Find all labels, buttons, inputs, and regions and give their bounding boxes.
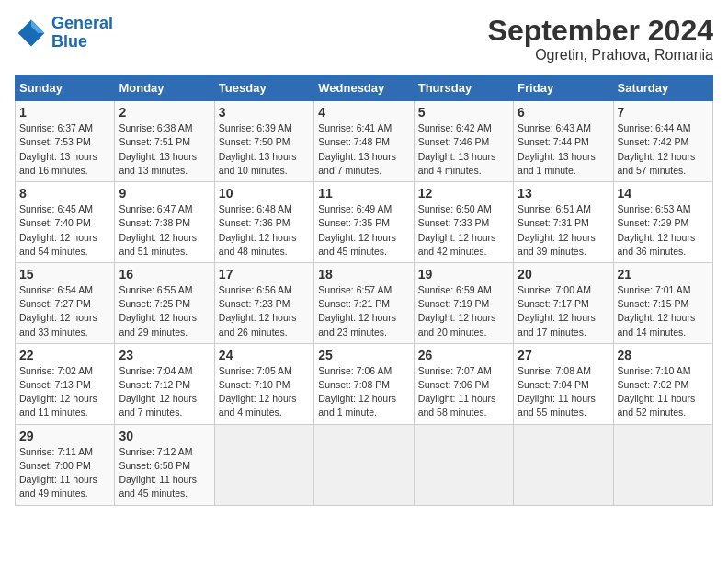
sunset-text: Sunset: 6:58 PM [119, 460, 190, 471]
day-cell [613, 424, 712, 505]
sunrise-text: Sunrise: 6:43 AM [518, 122, 591, 133]
sunset-text: Sunset: 7:13 PM [19, 379, 91, 390]
daylight-text: Daylight: 12 hours and 14 minutes. [618, 312, 696, 337]
week-row-2: 8 Sunrise: 6:45 AM Sunset: 7:40 PM Dayli… [16, 182, 713, 263]
day-info: Sunrise: 6:38 AM Sunset: 7:51 PM Dayligh… [119, 121, 210, 178]
daylight-text: Daylight: 11 hours and 45 minutes. [119, 474, 197, 499]
day-info: Sunrise: 6:53 AM Sunset: 7:29 PM Dayligh… [618, 202, 709, 259]
sunset-text: Sunset: 7:04 PM [518, 379, 589, 390]
day-info: Sunrise: 7:11 AM Sunset: 7:00 PM Dayligh… [19, 445, 110, 501]
sunset-text: Sunset: 7:46 PM [418, 136, 490, 147]
day-info: Sunrise: 7:10 AM Sunset: 7:02 PM Dayligh… [618, 364, 709, 420]
day-cell: 13 Sunrise: 6:51 AM Sunset: 7:31 PM Dayl… [514, 182, 613, 263]
sunrise-text: Sunrise: 6:39 AM [219, 122, 292, 133]
sunrise-text: Sunrise: 7:08 AM [518, 365, 591, 376]
day-info: Sunrise: 6:44 AM Sunset: 7:42 PM Dayligh… [618, 121, 709, 178]
day-number: 7 [618, 105, 709, 120]
day-info: Sunrise: 6:42 AM Sunset: 7:46 PM Dayligh… [418, 121, 509, 178]
day-number: 30 [119, 429, 210, 443]
day-cell: 7 Sunrise: 6:44 AM Sunset: 7:42 PM Dayli… [613, 101, 712, 182]
day-number: 27 [518, 348, 609, 362]
sunrise-text: Sunrise: 6:37 AM [19, 122, 93, 133]
day-cell: 18 Sunrise: 6:57 AM Sunset: 7:21 PM Dayl… [314, 262, 414, 343]
month-year-title: September 2024 [488, 15, 713, 47]
day-number: 22 [19, 348, 110, 362]
week-row-1: 1 Sunrise: 6:37 AM Sunset: 7:53 PM Dayli… [16, 101, 713, 182]
day-info: Sunrise: 7:06 AM Sunset: 7:08 PM Dayligh… [318, 364, 409, 420]
sunrise-text: Sunrise: 6:54 AM [19, 284, 93, 295]
day-cell: 19 Sunrise: 6:59 AM Sunset: 7:19 PM Dayl… [414, 262, 513, 343]
day-number: 4 [318, 105, 409, 120]
day-cell [414, 424, 513, 505]
day-number: 29 [19, 429, 110, 443]
sunset-text: Sunset: 7:19 PM [418, 298, 490, 309]
day-number: 9 [119, 186, 210, 201]
day-number: 23 [119, 348, 210, 362]
header-cell-sunday: Sunday [16, 75, 115, 101]
day-cell: 22 Sunrise: 7:02 AM Sunset: 7:13 PM Dayl… [16, 343, 115, 424]
day-cell: 30 Sunrise: 7:12 AM Sunset: 6:58 PM Dayl… [115, 424, 214, 505]
week-row-4: 22 Sunrise: 7:02 AM Sunset: 7:13 PM Dayl… [16, 343, 713, 424]
day-number: 13 [518, 186, 609, 201]
sunrise-text: Sunrise: 7:11 AM [19, 446, 93, 457]
day-number: 12 [418, 186, 509, 201]
header-cell-saturday: Saturday [613, 75, 712, 101]
day-info: Sunrise: 6:59 AM Sunset: 7:19 PM Dayligh… [418, 283, 509, 339]
day-cell: 23 Sunrise: 7:04 AM Sunset: 7:12 PM Dayl… [115, 343, 214, 424]
sunrise-text: Sunrise: 6:56 AM [219, 284, 292, 295]
logo-blue: Blue [51, 33, 113, 52]
sunrise-text: Sunrise: 6:55 AM [119, 284, 192, 295]
sunset-text: Sunset: 7:50 PM [219, 136, 290, 147]
sunrise-text: Sunrise: 7:12 AM [119, 446, 192, 457]
daylight-text: Daylight: 12 hours and 57 minutes. [618, 151, 696, 176]
header-cell-monday: Monday [115, 75, 214, 101]
day-number: 14 [618, 186, 709, 201]
day-cell: 17 Sunrise: 6:56 AM Sunset: 7:23 PM Dayl… [214, 262, 313, 343]
daylight-text: Daylight: 12 hours and 36 minutes. [618, 232, 696, 257]
sunrise-text: Sunrise: 7:07 AM [418, 365, 492, 376]
day-info: Sunrise: 6:37 AM Sunset: 7:53 PM Dayligh… [19, 121, 110, 178]
sunset-text: Sunset: 7:33 PM [418, 217, 490, 228]
title-block: September 2024 Ogretin, Prahova, Romania [488, 15, 713, 63]
sunrise-text: Sunrise: 7:02 AM [19, 365, 93, 376]
sunrise-text: Sunrise: 6:59 AM [418, 284, 492, 295]
day-cell: 6 Sunrise: 6:43 AM Sunset: 7:44 PM Dayli… [514, 101, 613, 182]
day-info: Sunrise: 7:08 AM Sunset: 7:04 PM Dayligh… [518, 364, 609, 420]
daylight-text: Daylight: 13 hours and 16 minutes. [19, 151, 97, 176]
day-number: 8 [19, 186, 110, 201]
day-cell: 3 Sunrise: 6:39 AM Sunset: 7:50 PM Dayli… [214, 101, 313, 182]
day-cell: 16 Sunrise: 6:55 AM Sunset: 7:25 PM Dayl… [115, 262, 214, 343]
sunset-text: Sunset: 7:17 PM [518, 298, 589, 309]
day-number: 24 [219, 348, 310, 362]
day-cell: 4 Sunrise: 6:41 AM Sunset: 7:48 PM Dayli… [314, 101, 414, 182]
day-number: 20 [518, 267, 609, 282]
header-row: SundayMondayTuesdayWednesdayThursdayFrid… [16, 75, 713, 101]
daylight-text: Daylight: 12 hours and 17 minutes. [518, 312, 596, 337]
sunset-text: Sunset: 7:44 PM [518, 136, 589, 147]
day-cell: 15 Sunrise: 6:54 AM Sunset: 7:27 PM Dayl… [16, 262, 115, 343]
day-number: 11 [318, 186, 409, 201]
day-cell: 25 Sunrise: 7:06 AM Sunset: 7:08 PM Dayl… [314, 343, 414, 424]
day-info: Sunrise: 6:41 AM Sunset: 7:48 PM Dayligh… [318, 121, 409, 178]
daylight-text: Daylight: 11 hours and 55 minutes. [518, 393, 596, 418]
day-cell: 11 Sunrise: 6:49 AM Sunset: 7:35 PM Dayl… [314, 182, 414, 263]
sunrise-text: Sunrise: 6:38 AM [119, 122, 192, 133]
sunset-text: Sunset: 7:38 PM [119, 217, 190, 228]
day-info: Sunrise: 6:49 AM Sunset: 7:35 PM Dayligh… [318, 202, 409, 259]
daylight-text: Daylight: 13 hours and 13 minutes. [119, 151, 197, 176]
daylight-text: Daylight: 11 hours and 52 minutes. [618, 393, 696, 418]
sunrise-text: Sunrise: 6:50 AM [418, 203, 492, 214]
day-number: 15 [19, 267, 110, 282]
sunrise-text: Sunrise: 7:01 AM [618, 284, 691, 295]
day-number: 18 [318, 267, 409, 282]
sunset-text: Sunset: 7:21 PM [318, 298, 390, 309]
day-info: Sunrise: 6:45 AM Sunset: 7:40 PM Dayligh… [19, 202, 110, 259]
day-cell: 27 Sunrise: 7:08 AM Sunset: 7:04 PM Dayl… [514, 343, 613, 424]
sunset-text: Sunset: 7:42 PM [618, 136, 689, 147]
page-header: General Blue September 2024 Ogretin, Pra… [15, 15, 713, 63]
day-cell: 24 Sunrise: 7:05 AM Sunset: 7:10 PM Dayl… [214, 343, 313, 424]
week-row-3: 15 Sunrise: 6:54 AM Sunset: 7:27 PM Dayl… [16, 262, 713, 343]
daylight-text: Daylight: 13 hours and 4 minutes. [418, 151, 496, 176]
sunrise-text: Sunrise: 7:10 AM [618, 365, 691, 376]
calendar-table: SundayMondayTuesdayWednesdayThursdayFrid… [15, 75, 713, 505]
